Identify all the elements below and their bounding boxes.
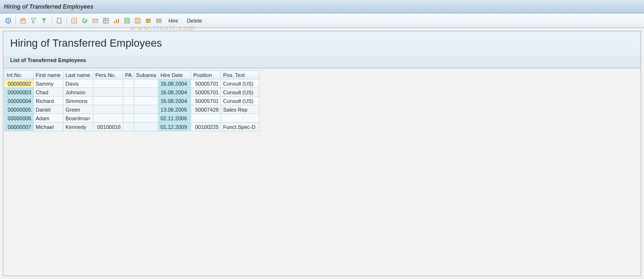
svg-rect-15 xyxy=(146,22,151,23)
chart-icon[interactable] xyxy=(112,16,121,25)
refresh-icon[interactable] xyxy=(80,16,90,25)
cell-position[interactable]: 00100225 xyxy=(191,123,221,131)
cell-pa[interactable] xyxy=(123,105,134,114)
panel-header: Hiring of Transferred Employees xyxy=(3,31,641,52)
table-row[interactable]: 00000007 Michael Kennedy 00100016 01.12.… xyxy=(5,123,259,131)
col-pers-no[interactable]: Pers.No. xyxy=(93,71,123,79)
employees-table[interactable]: Int.No. First name Last name Pers.No. PA… xyxy=(4,70,259,131)
col-first-name[interactable]: First name xyxy=(34,71,64,79)
cell-pers-no[interactable] xyxy=(93,88,123,97)
select-all-icon[interactable] xyxy=(143,16,153,25)
export-icon[interactable] xyxy=(69,16,79,25)
cell-pers-no[interactable] xyxy=(93,105,123,114)
send-icon[interactable] xyxy=(90,16,100,25)
cell-pos-text[interactable]: Funct.Spec-D xyxy=(221,123,259,131)
find-icon[interactable] xyxy=(29,16,39,25)
hire-button[interactable]: Hire xyxy=(165,16,181,25)
cell-pos-text[interactable]: Sales Rep xyxy=(221,105,259,114)
cell-first-name[interactable]: Michael xyxy=(34,123,64,131)
col-subarea[interactable]: Subarea xyxy=(134,71,158,79)
cell-last-name[interactable]: Johnson xyxy=(64,88,93,97)
cell-subarea[interactable] xyxy=(134,97,158,105)
cell-first-name[interactable]: Richard xyxy=(34,97,64,105)
table-row[interactable]: 00000004 Richard Simmons 16.08.2004 5000… xyxy=(5,97,259,105)
cell-first-name[interactable]: Chad xyxy=(34,88,64,97)
cell-last-name[interactable]: Kennedy xyxy=(64,123,93,131)
svg-rect-11 xyxy=(125,18,129,23)
svg-rect-13 xyxy=(146,19,151,20)
cell-pers-no[interactable] xyxy=(93,79,123,88)
col-pos-text[interactable]: Pos. Text xyxy=(221,71,259,79)
table-row[interactable]: 00000002 Sammy Davis 16.08.2004 50005701… xyxy=(5,79,259,88)
spreadsheet-icon[interactable] xyxy=(122,16,132,25)
cell-position[interactable]: 50005701 xyxy=(191,97,221,105)
delete-button[interactable]: Delete xyxy=(183,16,206,25)
cell-subarea[interactable] xyxy=(134,79,158,88)
svg-rect-4 xyxy=(57,18,61,23)
cell-position[interactable]: 50005701 xyxy=(191,79,221,88)
cell-pers-no[interactable] xyxy=(93,97,123,105)
table-row[interactable]: 00000006 Adam Boardman 02.11.2006 xyxy=(5,114,259,123)
print-preview-icon[interactable] xyxy=(18,16,28,25)
cell-pos-text[interactable] xyxy=(221,114,259,123)
cell-int-no[interactable]: 00000003 xyxy=(5,88,34,97)
cell-hire-date[interactable]: 13.06.2005 xyxy=(158,105,191,114)
svg-rect-18 xyxy=(156,22,161,23)
cell-pers-no[interactable] xyxy=(93,114,123,123)
cell-pa[interactable] xyxy=(123,123,134,131)
cell-position[interactable]: 50007428 xyxy=(191,105,221,114)
abc-icon[interactable] xyxy=(133,16,142,25)
cell-last-name[interactable]: Boardman xyxy=(64,114,93,123)
cell-subarea[interactable] xyxy=(134,105,158,114)
col-int-no[interactable]: Int.No. xyxy=(5,71,34,79)
cell-hire-date[interactable]: 16.08.2004 xyxy=(158,88,191,97)
table-row[interactable]: 00000005 Daniel Green 13.06.2005 5000742… xyxy=(5,105,259,114)
cell-last-name[interactable]: Davis xyxy=(64,79,93,88)
page-icon[interactable] xyxy=(54,16,64,25)
cell-hire-date[interactable]: 02.11.2006 xyxy=(158,114,191,123)
cell-int-no[interactable]: 00000006 xyxy=(5,114,34,123)
cell-pos-text[interactable]: Consult (US) xyxy=(221,97,259,105)
cell-position[interactable]: 50005701 xyxy=(191,88,221,97)
deselect-all-icon[interactable] xyxy=(154,16,164,25)
application-toolbar: Hire Delete xyxy=(0,13,644,28)
cell-pers-no[interactable]: 00100016 xyxy=(93,123,123,131)
cell-int-no[interactable]: 00000007 xyxy=(5,123,34,131)
cell-pa[interactable] xyxy=(123,114,134,123)
cell-position[interactable] xyxy=(191,114,221,123)
window-title: Hiring of Transferred Employees xyxy=(4,3,93,10)
cell-subarea[interactable] xyxy=(134,88,158,97)
cell-first-name[interactable]: Sammy xyxy=(34,79,64,88)
cell-subarea[interactable] xyxy=(134,114,158,123)
cell-pa[interactable] xyxy=(123,79,134,88)
table-row[interactable]: 00000003 Chad Johnson 16.08.2004 5000570… xyxy=(5,88,259,97)
grid-container[interactable]: Int.No. First name Last name Pers.No. PA… xyxy=(3,68,641,276)
cell-int-no[interactable]: 00000002 xyxy=(5,79,34,88)
cell-pa[interactable] xyxy=(123,88,134,97)
cell-int-no[interactable]: 00000005 xyxy=(5,105,34,114)
cell-last-name[interactable]: Green xyxy=(64,105,93,114)
col-position[interactable]: Position xyxy=(191,71,221,79)
cell-subarea[interactable] xyxy=(134,123,158,131)
table-header-row: Int.No. First name Last name Pers.No. PA… xyxy=(5,71,259,79)
cell-pos-text[interactable]: Consult (US) xyxy=(221,79,259,88)
cell-first-name[interactable]: Adam xyxy=(34,114,64,123)
col-last-name[interactable]: Last name xyxy=(64,71,93,79)
svg-rect-16 xyxy=(156,19,161,20)
col-hire-date[interactable]: Hire Date xyxy=(158,71,191,79)
cell-hire-date[interactable]: 16.08.2004 xyxy=(158,97,191,105)
cell-hire-date[interactable]: 01.12.2009 xyxy=(158,123,191,131)
cell-pa[interactable] xyxy=(123,97,134,105)
col-pa[interactable]: PA xyxy=(123,71,134,79)
cell-hire-date[interactable]: 16.08.2004 xyxy=(158,79,191,88)
cell-first-name[interactable]: Daniel xyxy=(34,105,64,114)
filter-icon[interactable] xyxy=(39,16,49,25)
svg-rect-8 xyxy=(114,21,115,23)
details-icon[interactable] xyxy=(3,16,13,25)
cell-pos-text[interactable]: Consult (US) xyxy=(221,88,259,97)
cell-int-no[interactable]: 00000004 xyxy=(5,97,34,105)
layout-icon[interactable] xyxy=(101,16,111,25)
main-panel: Hiring of Transferred Employees List of … xyxy=(3,31,641,276)
cell-last-name[interactable]: Simmons xyxy=(64,97,93,105)
toolbar-separator xyxy=(52,16,52,25)
